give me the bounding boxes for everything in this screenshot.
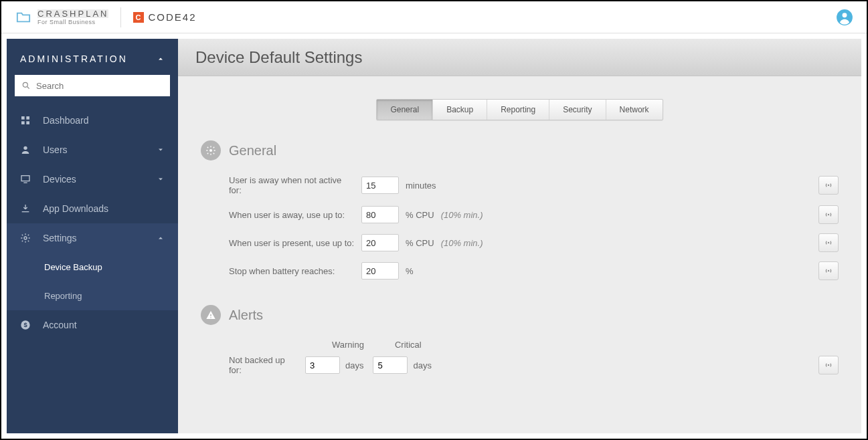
sidebar-sublabel: Device Backup [44, 262, 102, 272]
header-divider [120, 7, 121, 27]
cpu-away-input[interactable] [361, 206, 399, 223]
search-input[interactable] [36, 81, 163, 91]
sidebar-label: Dashboard [43, 115, 89, 126]
svg-point-2 [23, 82, 27, 87]
sidebar: ADMINISTRATION Dashboard Users [7, 39, 178, 433]
sidebar-label: Users [43, 144, 68, 155]
svg-line-3 [27, 87, 29, 89]
push-button[interactable] [818, 233, 839, 252]
warning-suffix: days [345, 360, 363, 370]
sidebar-subitem-reporting[interactable]: Reporting [7, 282, 178, 310]
alerts-section-head: Alerts [201, 305, 839, 325]
away-suffix: minutes [406, 181, 436, 191]
battery-input[interactable] [361, 262, 399, 280]
alerts-column-headers: Warning Critical [229, 340, 839, 350]
download-icon [20, 203, 31, 214]
row-cpu-present: When user is present, use up to: % CPU (… [229, 234, 839, 251]
sidebar-item-dashboard[interactable]: Dashboard [7, 106, 178, 135]
tab-security[interactable]: Security [549, 100, 606, 120]
critical-days-input[interactable] [373, 356, 408, 374]
battery-suffix: % [406, 266, 414, 276]
alert-circle-icon [201, 305, 221, 325]
content-area: General User is away when not active for… [178, 120, 861, 421]
tab-general[interactable]: General [377, 100, 433, 120]
svg-point-1 [843, 13, 847, 17]
dashboard-icon [20, 115, 31, 126]
user-account-icon[interactable] [836, 9, 853, 26]
sidebar-sublabel: Reporting [44, 291, 82, 301]
app-header: CRASHPLAN For Small Business C CODE42 [1, 1, 867, 33]
chevron-down-icon [157, 175, 165, 183]
svg-point-12 [24, 237, 27, 239]
crashplan-logo: CRASHPLAN For Small Business [15, 9, 108, 25]
chevron-down-icon [157, 146, 165, 154]
warning-days-input[interactable] [305, 356, 340, 374]
svg-text:$: $ [23, 322, 27, 328]
sidebar-header[interactable]: ADMINISTRATION [7, 39, 178, 75]
svg-point-22 [828, 364, 829, 366]
svg-rect-21 [210, 317, 211, 318]
svg-rect-20 [210, 314, 211, 316]
sidebar-search[interactable] [15, 75, 170, 96]
code42-text: CODE42 [148, 11, 196, 23]
cpu-away-label: When user is away, use up to: [229, 210, 355, 220]
tab-backup[interactable]: Backup [433, 100, 487, 120]
sidebar-nav: Dashboard Users Devices App Downloads [7, 106, 178, 340]
brand-sub: For Small Business [37, 19, 108, 25]
general-section-head: General [201, 140, 839, 160]
row-not-backed-up: Not backed up for: days days [229, 355, 839, 375]
cpu-away-suffix: % CPU [406, 210, 434, 220]
search-icon [21, 81, 31, 90]
row-user-away: User is away when not active for: minute… [229, 175, 839, 195]
row-cpu-away: When user is away, use up to: % CPU (10%… [229, 206, 839, 223]
sidebar-item-app-downloads[interactable]: App Downloads [7, 194, 178, 223]
push-button[interactable] [818, 205, 839, 224]
chevron-up-icon [157, 55, 165, 63]
not-backed-label: Not backed up for: [229, 355, 300, 375]
svg-rect-4 [21, 116, 25, 120]
folder-icon [15, 10, 32, 25]
warning-header: Warning [332, 340, 364, 350]
cpu-present-input[interactable] [361, 234, 399, 251]
tab-network[interactable]: Network [606, 100, 663, 120]
critical-suffix: days [413, 360, 431, 370]
sidebar-label: App Downloads [43, 203, 108, 214]
user-icon [20, 144, 31, 155]
push-button[interactable] [818, 261, 839, 280]
general-section: General User is away when not active for… [201, 140, 839, 280]
general-heading: General [229, 143, 276, 158]
page-title: Device Default Settings [195, 48, 362, 67]
push-button[interactable] [818, 356, 839, 374]
code42-logo: C CODE42 [133, 11, 196, 23]
tabs-row: General Backup Reporting Security Networ… [178, 76, 861, 120]
sidebar-item-account[interactable]: $ Account [7, 310, 178, 340]
battery-label: Stop when battery reaches: [229, 266, 355, 276]
cpu-away-hint: (10% min.) [441, 210, 483, 220]
push-button[interactable] [818, 176, 839, 195]
tab-reporting[interactable]: Reporting [487, 100, 549, 120]
gear-circle-icon [201, 140, 221, 160]
sidebar-item-devices[interactable]: Devices [7, 164, 178, 194]
header-left: CRASHPLAN For Small Business C CODE42 [15, 7, 197, 27]
sidebar-title: ADMINISTRATION [20, 53, 128, 64]
sidebar-label: Settings [43, 233, 77, 243]
svg-point-8 [23, 146, 27, 150]
brand-main: CRASHPLAN [37, 9, 108, 18]
cpu-present-suffix: % CPU [406, 238, 434, 248]
monitor-icon [20, 174, 31, 185]
svg-point-15 [209, 149, 212, 152]
sidebar-label: Account [43, 320, 77, 330]
svg-point-16 [828, 185, 829, 186]
row-battery: Stop when battery reaches: % [229, 262, 839, 280]
page-title-bar: Device Default Settings [178, 39, 861, 76]
sidebar-item-users[interactable]: Users [7, 135, 178, 164]
svg-point-17 [828, 214, 829, 215]
svg-rect-9 [21, 176, 29, 181]
sidebar-subitem-device-backup[interactable]: Device Backup [7, 253, 178, 282]
sidebar-label: Devices [43, 174, 76, 185]
sidebar-item-settings[interactable]: Settings [7, 223, 178, 253]
svg-point-18 [828, 242, 829, 243]
away-minutes-input[interactable] [361, 177, 399, 194]
alerts-heading: Alerts [229, 308, 263, 323]
svg-point-19 [828, 270, 829, 271]
